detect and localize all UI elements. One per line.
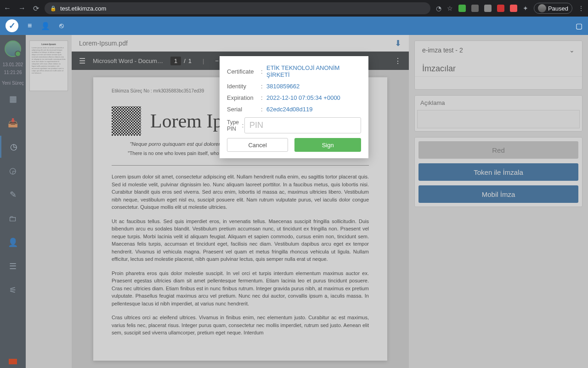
nav-back-icon[interactable]: ← bbox=[4, 4, 11, 13]
logout-icon[interactable]: ⎋ bbox=[59, 22, 64, 30]
avatar-icon bbox=[538, 4, 546, 12]
panel-icon[interactable]: ▢ bbox=[576, 22, 582, 30]
sign-modal: Certificate : ETİK TEKNOLOJİ ANONİM ŞİRK… bbox=[220, 56, 368, 158]
app-top-bar: ✓ ≡ 👤 ⎋ ▢ bbox=[0, 17, 588, 35]
serial-value: 62edc24d08d119 bbox=[266, 106, 361, 113]
nav-forward-icon[interactable]: → bbox=[18, 4, 26, 13]
menu-icon[interactable]: ⋮ bbox=[578, 5, 584, 12]
identity-label: Identity bbox=[227, 83, 261, 90]
ext-icon[interactable] bbox=[458, 5, 466, 12]
lock-icon: 🔒 bbox=[50, 6, 57, 12]
sign-button[interactable]: Sign bbox=[294, 138, 361, 152]
cert-value: ETİK TEKNOLOJİ ANONİM ŞİRKETİ bbox=[266, 64, 361, 78]
ext-icon[interactable]: ◔ bbox=[436, 5, 441, 12]
app-logo[interactable]: ✓ bbox=[6, 19, 18, 32]
serial-label: Serial bbox=[227, 106, 261, 113]
pin-label: Type PIN bbox=[227, 119, 242, 132]
expiration-label: Expiration bbox=[227, 94, 261, 101]
extensions-icon[interactable]: ✦ bbox=[523, 5, 528, 12]
expiration-value: 2022-12-10 07:05:34 +0000 bbox=[266, 94, 361, 101]
browser-chrome: ← → ⟳ 🔒 test.etikimza.com ◔ ☆ ✦ Paused ⋮ bbox=[0, 0, 588, 17]
ext-icon[interactable] bbox=[471, 5, 479, 12]
cancel-button[interactable]: Cancel bbox=[227, 138, 288, 152]
hamburger-icon[interactable]: ≡ bbox=[28, 22, 32, 30]
star-icon[interactable]: ☆ bbox=[447, 5, 453, 12]
cert-label: Certificate bbox=[227, 68, 261, 75]
url-bar[interactable]: 🔒 test.etikimza.com bbox=[45, 2, 430, 14]
url-text: test.etikimza.com bbox=[60, 5, 106, 12]
user-icon[interactable]: 👤 bbox=[41, 22, 50, 30]
ext-icon[interactable] bbox=[497, 5, 504, 12]
identity-value: 3810859662 bbox=[266, 83, 361, 90]
ext-icon[interactable] bbox=[484, 5, 492, 12]
pin-input[interactable] bbox=[244, 117, 361, 133]
nav-reload-icon[interactable]: ⟳ bbox=[33, 4, 39, 13]
ext-icon[interactable] bbox=[510, 5, 517, 12]
profile-paused[interactable]: Paused bbox=[534, 3, 572, 14]
